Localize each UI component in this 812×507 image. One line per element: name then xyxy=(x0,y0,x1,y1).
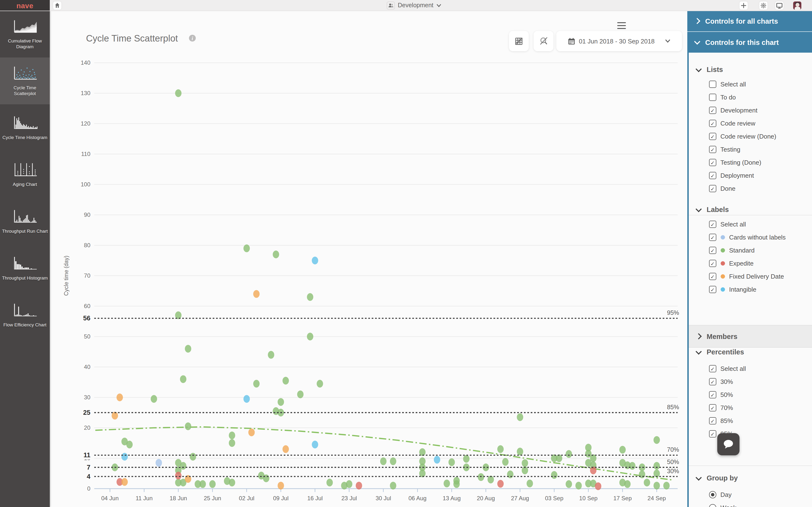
radio-button[interactable] xyxy=(709,491,716,498)
percentile-percent-label: 70% xyxy=(667,446,679,453)
checkbox[interactable]: ✓ xyxy=(709,172,716,179)
checkbox[interactable]: ✓ xyxy=(709,146,716,153)
percentile-option-30[interactable]: ✓30% xyxy=(689,375,812,388)
scatter-chart[interactable]: 010203040506070809010011012013014004 Jun… xyxy=(50,48,687,507)
checkbox[interactable] xyxy=(709,81,716,88)
checkbox[interactable]: ✓ xyxy=(709,286,716,293)
data-point-standard xyxy=(639,470,645,478)
label-option-intangible[interactable]: ✓Intangible xyxy=(689,283,812,296)
percentile-option-50[interactable]: ✓50% xyxy=(689,388,812,401)
checkbox[interactable]: ✓ xyxy=(709,107,716,114)
controls-panel-body[interactable]: Lists Select allTo do✓Development✓Code r… xyxy=(687,53,812,507)
label-option-standard[interactable]: ✓Standard xyxy=(689,244,812,257)
display-button[interactable] xyxy=(775,1,783,10)
percentile-option-85[interactable]: ✓85% xyxy=(689,414,812,427)
lists-options: Select allTo do✓Development✓Code review✓… xyxy=(689,78,812,195)
info-icon[interactable]: i xyxy=(189,35,196,42)
checkbox[interactable]: ✓ xyxy=(709,159,716,166)
data-point-standard xyxy=(526,480,533,488)
add-button[interactable] xyxy=(740,1,748,10)
svg-text:60: 60 xyxy=(84,303,90,309)
groupby-option-week[interactable]: Week xyxy=(689,501,812,507)
section-percentiles-header[interactable]: Percentiles xyxy=(689,348,812,356)
section-lists-header[interactable]: Lists xyxy=(689,66,812,73)
checkbox[interactable]: ✓ xyxy=(709,234,716,241)
list-option-to-do[interactable]: To do xyxy=(689,91,812,104)
data-point-standard xyxy=(517,413,523,421)
list-option-code-review[interactable]: ✓Code review xyxy=(689,117,812,130)
percentile-option-select-all[interactable]: ✓Select all xyxy=(689,362,812,375)
groupby-option-day[interactable]: Day xyxy=(689,488,812,501)
data-point-standard xyxy=(444,480,450,488)
checkbox[interactable]: ✓ xyxy=(709,365,716,372)
x-tick-label: 18 Jun xyxy=(170,495,187,501)
percentile-option-95[interactable]: ✓95% xyxy=(689,427,812,440)
controls-this-chart-header[interactable]: Controls for this chart xyxy=(687,32,812,53)
nave-logo[interactable]: nave xyxy=(0,0,50,11)
chevron-down-icon xyxy=(694,38,700,44)
label-option-cards-without-labels[interactable]: ✓Cards without labels xyxy=(689,231,812,244)
svg-text:90: 90 xyxy=(84,212,90,218)
sidebar-item-cumulative-flow-diagram[interactable]: Cumulative Flow Diagram xyxy=(0,11,50,57)
svg-text:40: 40 xyxy=(84,363,90,370)
page-title: Cycle Time Scatterplot xyxy=(86,33,178,44)
data-point-standard xyxy=(619,446,626,454)
sidebar-item-label: Cycle Time Histogram xyxy=(0,134,49,140)
checkbox[interactable]: ✓ xyxy=(709,260,716,267)
sidebar-item-label: Throughput Run Chart xyxy=(0,228,50,234)
data-point-intangible xyxy=(312,441,318,448)
label-option-select-all[interactable]: ✓Select all xyxy=(689,218,812,231)
checkbox[interactable]: ✓ xyxy=(709,120,716,127)
section-members-header[interactable]: Members xyxy=(689,325,812,348)
settings-button[interactable] xyxy=(759,1,767,10)
percentile-option-70[interactable]: ✓70% xyxy=(689,401,812,414)
controls-all-charts-header[interactable]: Controls for all charts xyxy=(687,11,812,32)
checkbox[interactable]: ✓ xyxy=(709,221,716,228)
option-label: To do xyxy=(720,94,736,101)
chat-button[interactable] xyxy=(717,433,740,455)
sidebar-item-flow-efficiency-chart[interactable]: Flow Efficiency Chart xyxy=(0,292,50,338)
checkbox[interactable]: ✓ xyxy=(709,247,716,254)
area-chart-icon xyxy=(12,18,38,35)
section-labels-header[interactable]: Labels xyxy=(689,206,812,213)
app: nave Development Cumulative Flow Diagram… xyxy=(0,0,812,507)
section-groupby-header[interactable]: Group by xyxy=(689,474,812,482)
list-option-testing-done[interactable]: ✓Testing (Done) xyxy=(689,156,812,169)
sidebar-item-cycle-time-scatterplot[interactable]: Cycle Time Scatterplot xyxy=(0,57,50,104)
sidebar-item-throughput-run-chart[interactable]: Throughput Run Chart xyxy=(0,198,50,245)
list-option-done[interactable]: ✓Done xyxy=(689,182,812,195)
data-point-standard xyxy=(624,480,630,488)
label-option-expedite[interactable]: ✓Expedite xyxy=(689,257,812,270)
list-option-testing[interactable]: ✓Testing xyxy=(689,143,812,156)
checkbox[interactable]: ✓ xyxy=(709,273,716,280)
checkbox[interactable]: ✓ xyxy=(709,417,716,425)
home-button[interactable] xyxy=(53,1,61,10)
checkbox[interactable]: ✓ xyxy=(709,431,716,438)
chart-menu-button[interactable] xyxy=(617,22,626,29)
checkbox[interactable]: ✓ xyxy=(709,133,716,140)
list-option-select-all[interactable]: Select all xyxy=(689,78,812,91)
board-selector[interactable]: Development xyxy=(387,0,441,11)
list-option-code-review-done[interactable]: ✓Code review (Done) xyxy=(689,130,812,143)
data-point-standard xyxy=(175,89,182,97)
data-point-intangible xyxy=(243,395,250,403)
sidebar-item-aging-chart[interactable]: Aging Chart xyxy=(0,151,50,198)
percentile-percent-label: 95% xyxy=(667,309,679,316)
scatter-chart-icon xyxy=(12,65,38,82)
main-content: Cycle Time Scatterplot i 01 Jun 2018 - 3… xyxy=(50,11,687,507)
data-point-standard xyxy=(268,351,274,359)
list-option-deployment[interactable]: ✓Deployment xyxy=(689,169,812,182)
checkbox[interactable]: ✓ xyxy=(709,391,716,398)
checkbox[interactable]: ✓ xyxy=(709,185,716,192)
sidebar-item-throughput-histogram[interactable]: Throughput Histogram xyxy=(0,245,50,292)
checkbox[interactable]: ✓ xyxy=(709,378,716,385)
sidebar-item-cycle-time-histogram[interactable]: Cycle Time Histogram xyxy=(0,104,50,151)
label-option-fixed-delivery-date[interactable]: ✓Fixed Delivery Date xyxy=(689,270,812,283)
avatar[interactable] xyxy=(793,1,801,10)
x-tick-label: 24 Sep xyxy=(648,495,666,501)
list-option-development[interactable]: ✓Development xyxy=(689,104,812,117)
checkbox[interactable] xyxy=(709,94,716,101)
data-point-standard xyxy=(663,482,670,489)
radio-button[interactable] xyxy=(709,504,716,507)
checkbox[interactable]: ✓ xyxy=(709,404,716,411)
